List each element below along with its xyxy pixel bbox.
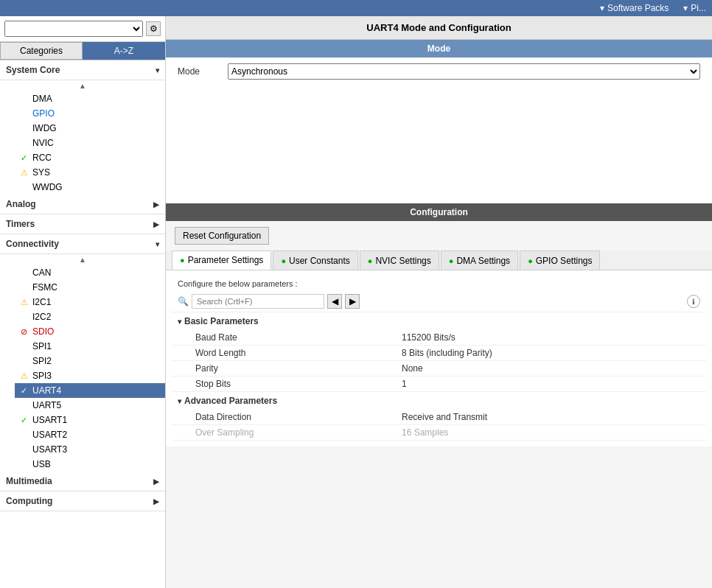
status-icon-sys: ⚠ (21, 168, 29, 178)
sidebar-item-usart1[interactable]: ✓ USART1 (15, 413, 165, 427)
scroll-up-arrow-conn[interactable]: ▲ (0, 254, 165, 265)
sidebar: ⚙ Categories A->Z System Core ▾ ▲ DMA (0, 16, 166, 588)
param-row-data-direction: Data Direction Receive and Transmit (172, 410, 706, 425)
search-prev-button[interactable]: ◀ (327, 294, 342, 309)
software-packs-menu[interactable]: ▾ Software Packs (600, 3, 669, 13)
chevron-icon: ▾ (156, 66, 159, 74)
search-input[interactable] (192, 294, 324, 309)
status-icon-usart1: ✓ (21, 416, 29, 425)
chevron-icon-advanced: ▾ (178, 397, 181, 405)
basic-params-label: Basic Parameters (184, 316, 259, 326)
advanced-params-header[interactable]: ▾ Advanced Parameters (172, 392, 706, 410)
mode-spacer (166, 85, 712, 203)
tab-check-icon-2: ● (281, 256, 286, 265)
section-header-computing[interactable]: Computing ▶ (0, 491, 165, 511)
tab-az[interactable]: A->Z (83, 42, 165, 60)
software-packs-label: Software Packs (607, 3, 669, 13)
sidebar-item-uart5[interactable]: UART5 (15, 398, 165, 413)
advanced-params-label: Advanced Parameters (184, 396, 277, 406)
status-icon-sdio: ⊘ (21, 327, 29, 337)
sidebar-item-usart2[interactable]: USART2 (15, 427, 165, 442)
sidebar-top: ⚙ (0, 16, 165, 42)
section-label-timers: Timers (6, 219, 35, 229)
tab-nvic-settings[interactable]: ● NVIC Settings (360, 251, 439, 270)
tab-check-icon-5: ● (528, 256, 533, 265)
sidebar-item-spi1[interactable]: SPI1 (15, 339, 165, 354)
sidebar-item-i2c1[interactable]: ⚠ I2C1 (15, 295, 165, 309)
status-icon-rcc: ✓ (21, 153, 29, 163)
content-area: UART4 Mode and Configuration Mode Mode A… (166, 16, 712, 588)
chevron-left-icon: ◀ (332, 296, 338, 307)
section-label-analog: Analog (6, 199, 36, 209)
param-name-over-sampling: Over Sampling (195, 427, 402, 438)
section-header-multimedia[interactable]: Multimedia ▶ (0, 472, 165, 491)
chevron-icon-computing: ▶ (153, 497, 159, 505)
chevron-icon-timers: ▶ (153, 220, 159, 228)
top-bar: ▾ Software Packs ▾ Pi... (0, 0, 712, 16)
pin-menu[interactable]: ▾ Pi... (683, 3, 706, 13)
search-next-button[interactable]: ▶ (345, 294, 360, 309)
sidebar-item-rcc[interactable]: ✓ RCC (15, 150, 165, 165)
sidebar-item-iwdg[interactable]: IWDG (15, 121, 165, 136)
sidebar-item-nvic[interactable]: NVIC (15, 136, 165, 150)
param-name-stop-bits: Stop Bits (195, 379, 402, 389)
connectivity-items: CAN FSMC ⚠ I2C1 I2C2 ⊘ SDIO (0, 265, 165, 472)
mode-header: Mode (166, 40, 712, 57)
sidebar-item-wwdg[interactable]: WWDG (15, 180, 165, 195)
tab-check-icon-4: ● (449, 256, 454, 265)
section-header-connectivity[interactable]: Connectivity ▾ (0, 234, 165, 254)
param-row-stop-bits: Stop Bits 1 (172, 377, 706, 392)
mode-select[interactable]: Asynchronous Synchronous Single Wire (Ha… (228, 63, 700, 80)
param-name-parity: Parity (195, 363, 402, 374)
reset-configuration-button[interactable]: Reset Configuration (175, 227, 269, 245)
sidebar-item-dma[interactable]: DMA (15, 91, 165, 106)
sidebar-item-sdio[interactable]: ⊘ SDIO (15, 324, 165, 339)
chevron-icon-connectivity: ▾ (156, 240, 159, 248)
sidebar-dropdown[interactable] (4, 21, 143, 37)
search-icon: 🔍 (178, 296, 189, 307)
sidebar-scroll[interactable]: System Core ▾ ▲ DMA GPIO IWDG (0, 60, 165, 588)
section-header-system-core[interactable]: System Core ▾ (0, 60, 165, 80)
sidebar-item-i2c2[interactable]: I2C2 (15, 309, 165, 324)
sidebar-item-fsmc[interactable]: FSMC (15, 280, 165, 295)
param-value-stop-bits: 1 (402, 379, 407, 389)
chevron-icon-basic: ▾ (178, 318, 181, 326)
scroll-up-arrow[interactable]: ▲ (0, 80, 165, 91)
info-button[interactable]: ℹ (687, 295, 700, 308)
sidebar-item-sys[interactable]: ⚠ SYS (15, 165, 165, 180)
basic-params-header[interactable]: ▾ Basic Parameters (172, 312, 706, 330)
param-name-data-direction: Data Direction (195, 412, 402, 422)
param-row-baud-rate: Baud Rate 115200 Bits/s (172, 330, 706, 346)
tab-check-icon: ● (180, 256, 185, 265)
sidebar-item-gpio[interactable]: GPIO (15, 106, 165, 121)
sidebar-item-spi2[interactable]: SPI2 (15, 354, 165, 368)
gear-button[interactable]: ⚙ (146, 21, 161, 36)
param-row-word-length: Word Length 8 Bits (including Parity) (172, 346, 706, 361)
section-header-analog[interactable]: Analog ▶ (0, 195, 165, 214)
tab-gpio-settings[interactable]: ● GPIO Settings (520, 251, 600, 270)
tab-categories[interactable]: Categories (0, 42, 83, 60)
search-bar: 🔍 ◀ ▶ ℹ (172, 291, 706, 312)
param-value-word-length: 8 Bits (including Parity) (402, 348, 492, 358)
section-label-computing: Computing (6, 496, 52, 506)
status-icon-spi3: ⚠ (21, 371, 29, 381)
sidebar-item-usart3[interactable]: USART3 (15, 442, 165, 457)
param-row-parity: Parity None (172, 361, 706, 377)
tab-user-constants[interactable]: ● User Constants (273, 251, 357, 270)
params-desc: Configure the below parameters : (172, 276, 706, 291)
sidebar-item-can[interactable]: CAN (15, 265, 165, 280)
sidebar-item-usb[interactable]: USB (15, 457, 165, 472)
tab-check-icon-3: ● (368, 256, 373, 265)
mode-label: Mode (178, 66, 222, 77)
config-header: Configuration (166, 203, 712, 221)
tab-dma-settings[interactable]: ● DMA Settings (441, 251, 518, 270)
param-name-word-length: Word Length (195, 348, 402, 358)
section-label-multimedia: Multimedia (6, 476, 52, 486)
param-row-over-sampling: Over Sampling 16 Samples (172, 425, 706, 441)
gear-icon: ⚙ (150, 24, 158, 34)
status-icon-uart4: ✓ (21, 386, 29, 396)
tab-parameter-settings[interactable]: ● Parameter Settings (172, 251, 271, 270)
section-header-timers[interactable]: Timers ▶ (0, 214, 165, 234)
sidebar-item-uart4[interactable]: ✓ UART4 (15, 383, 165, 398)
sidebar-item-spi3[interactable]: ⚠ SPI3 (15, 368, 165, 383)
